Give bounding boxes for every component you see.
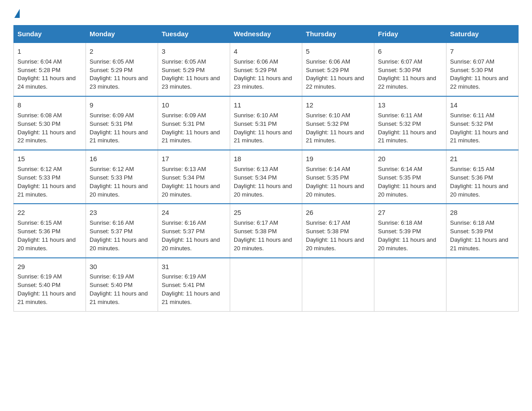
daylight-label: Daylight: 11 hours and 20 minutes. xyxy=(378,183,436,198)
sunrise-label: Sunrise: 6:18 AM xyxy=(378,219,422,226)
sunrise-label: Sunrise: 6:12 AM xyxy=(90,166,134,172)
sunrise-label: Sunrise: 6:06 AM xyxy=(306,58,350,65)
day-number: 19 xyxy=(306,154,370,164)
calendar-week-row: 22Sunrise: 6:15 AMSunset: 5:36 PMDayligh… xyxy=(14,204,519,257)
sunset-label: Sunset: 5:32 PM xyxy=(306,120,349,127)
sunrise-label: Sunrise: 6:16 AM xyxy=(162,219,206,226)
calendar-cell: 27Sunrise: 6:18 AMSunset: 5:39 PMDayligh… xyxy=(374,204,446,257)
sunset-label: Sunset: 5:40 PM xyxy=(17,282,60,288)
sunset-label: Sunset: 5:35 PM xyxy=(378,174,421,181)
daylight-label: Daylight: 11 hours and 21 minutes. xyxy=(162,129,220,144)
sunrise-label: Sunrise: 6:19 AM xyxy=(162,273,206,280)
calendar-cell: 5Sunrise: 6:06 AMSunset: 5:29 PMDaylight… xyxy=(302,43,374,96)
calendar-cell: 4Sunrise: 6:06 AMSunset: 5:29 PMDaylight… xyxy=(230,43,302,96)
calendar-cell: 25Sunrise: 6:17 AMSunset: 5:38 PMDayligh… xyxy=(230,204,302,257)
daylight-label: Daylight: 11 hours and 23 minutes. xyxy=(90,75,148,90)
sunrise-label: Sunrise: 6:12 AM xyxy=(17,166,62,172)
col-monday: Monday xyxy=(86,26,158,43)
sunrise-label: Sunrise: 6:14 AM xyxy=(306,166,350,172)
daylight-label: Daylight: 11 hours and 20 minutes. xyxy=(234,236,292,252)
logo xyxy=(13,9,20,17)
day-number: 28 xyxy=(450,208,515,218)
calendar-cell: 15Sunrise: 6:12 AMSunset: 5:33 PMDayligh… xyxy=(14,150,86,204)
day-number: 20 xyxy=(378,154,442,164)
day-number: 15 xyxy=(17,154,82,164)
daylight-label: Daylight: 11 hours and 20 minutes. xyxy=(378,236,436,252)
sunrise-label: Sunrise: 6:17 AM xyxy=(306,219,350,226)
day-number: 16 xyxy=(90,154,154,164)
sunrise-label: Sunrise: 6:13 AM xyxy=(234,166,278,172)
col-friday: Friday xyxy=(374,26,446,43)
sunrise-label: Sunrise: 6:19 AM xyxy=(90,273,134,280)
sunrise-label: Sunrise: 6:17 AM xyxy=(234,219,278,226)
calendar-cell: 11Sunrise: 6:10 AMSunset: 5:31 PMDayligh… xyxy=(230,96,302,150)
daylight-label: Daylight: 11 hours and 21 minutes. xyxy=(162,290,220,305)
calendar-cell: 22Sunrise: 6:15 AMSunset: 5:36 PMDayligh… xyxy=(14,204,86,257)
calendar-cell: 17Sunrise: 6:13 AMSunset: 5:34 PMDayligh… xyxy=(158,150,230,204)
day-number: 27 xyxy=(378,208,442,218)
sunset-label: Sunset: 5:29 PM xyxy=(162,67,205,73)
day-number: 21 xyxy=(450,154,515,164)
sunset-label: Sunset: 5:40 PM xyxy=(90,282,133,288)
daylight-label: Daylight: 11 hours and 21 minutes. xyxy=(450,236,508,252)
sunset-label: Sunset: 5:37 PM xyxy=(162,228,205,235)
sunrise-label: Sunrise: 6:11 AM xyxy=(450,112,494,119)
calendar-cell: 12Sunrise: 6:10 AMSunset: 5:32 PMDayligh… xyxy=(302,96,374,150)
sunset-label: Sunset: 5:39 PM xyxy=(378,228,421,235)
daylight-label: Daylight: 11 hours and 20 minutes. xyxy=(90,183,148,198)
sunset-label: Sunset: 5:33 PM xyxy=(90,174,133,181)
sunset-label: Sunset: 5:31 PM xyxy=(162,120,205,127)
calendar-cell: 26Sunrise: 6:17 AMSunset: 5:38 PMDayligh… xyxy=(302,204,374,257)
sunrise-label: Sunrise: 6:10 AM xyxy=(306,112,350,119)
calendar-cell: 16Sunrise: 6:12 AMSunset: 5:33 PMDayligh… xyxy=(86,150,158,204)
daylight-label: Daylight: 11 hours and 21 minutes. xyxy=(17,183,76,198)
calendar-cell: 7Sunrise: 6:07 AMSunset: 5:30 PMDaylight… xyxy=(446,43,519,96)
sunrise-label: Sunrise: 6:10 AM xyxy=(234,112,278,119)
sunrise-label: Sunrise: 6:05 AM xyxy=(162,58,206,65)
calendar-cell: 21Sunrise: 6:15 AMSunset: 5:36 PMDayligh… xyxy=(446,150,519,204)
daylight-label: Daylight: 11 hours and 20 minutes. xyxy=(450,183,508,198)
sunset-label: Sunset: 5:30 PM xyxy=(450,67,493,73)
daylight-label: Daylight: 11 hours and 21 minutes. xyxy=(450,129,508,144)
daylight-label: Daylight: 11 hours and 21 minutes. xyxy=(378,129,436,144)
sunrise-label: Sunrise: 6:14 AM xyxy=(378,166,422,172)
day-number: 4 xyxy=(234,47,298,56)
calendar-cell: 10Sunrise: 6:09 AMSunset: 5:31 PMDayligh… xyxy=(158,96,230,150)
day-number: 29 xyxy=(17,262,82,272)
daylight-label: Daylight: 11 hours and 22 minutes. xyxy=(450,75,508,90)
calendar-cell: 14Sunrise: 6:11 AMSunset: 5:32 PMDayligh… xyxy=(446,96,519,150)
day-number: 22 xyxy=(17,208,82,218)
daylight-label: Daylight: 11 hours and 22 minutes. xyxy=(306,75,364,90)
day-number: 30 xyxy=(90,262,154,272)
sunset-label: Sunset: 5:30 PM xyxy=(17,120,60,127)
sunset-label: Sunset: 5:38 PM xyxy=(234,228,277,235)
calendar-table: Sunday Monday Tuesday Wednesday Thursday… xyxy=(13,25,519,312)
sunrise-label: Sunrise: 6:15 AM xyxy=(17,219,62,226)
calendar-cell: 8Sunrise: 6:08 AMSunset: 5:30 PMDaylight… xyxy=(14,96,86,150)
sunset-label: Sunset: 5:36 PM xyxy=(17,228,60,235)
daylight-label: Daylight: 11 hours and 21 minutes. xyxy=(17,290,76,305)
daylight-label: Daylight: 11 hours and 20 minutes. xyxy=(17,236,76,252)
calendar-cell: 30Sunrise: 6:19 AMSunset: 5:40 PMDayligh… xyxy=(86,258,158,312)
sunrise-label: Sunrise: 6:09 AM xyxy=(162,112,206,119)
day-number: 10 xyxy=(162,100,226,110)
sunrise-label: Sunrise: 6:07 AM xyxy=(378,58,422,65)
sunrise-label: Sunrise: 6:06 AM xyxy=(234,58,278,65)
sunset-label: Sunset: 5:29 PM xyxy=(306,67,349,73)
calendar-cell: 6Sunrise: 6:07 AMSunset: 5:30 PMDaylight… xyxy=(374,43,446,96)
day-number: 25 xyxy=(234,208,298,218)
sunset-label: Sunset: 5:37 PM xyxy=(90,228,133,235)
sunrise-label: Sunrise: 6:16 AM xyxy=(90,219,134,226)
calendar-cell xyxy=(302,258,374,312)
day-number: 13 xyxy=(378,100,442,110)
calendar-cell: 24Sunrise: 6:16 AMSunset: 5:37 PMDayligh… xyxy=(158,204,230,257)
sunset-label: Sunset: 5:32 PM xyxy=(450,120,493,127)
daylight-label: Daylight: 11 hours and 23 minutes. xyxy=(162,75,220,90)
page-header xyxy=(13,9,519,17)
calendar-cell xyxy=(446,258,519,312)
daylight-label: Daylight: 11 hours and 20 minutes. xyxy=(90,236,148,252)
sunrise-label: Sunrise: 6:11 AM xyxy=(378,112,422,119)
daylight-label: Daylight: 11 hours and 21 minutes. xyxy=(90,129,148,144)
day-number: 24 xyxy=(162,208,226,218)
sunset-label: Sunset: 5:36 PM xyxy=(450,174,493,181)
